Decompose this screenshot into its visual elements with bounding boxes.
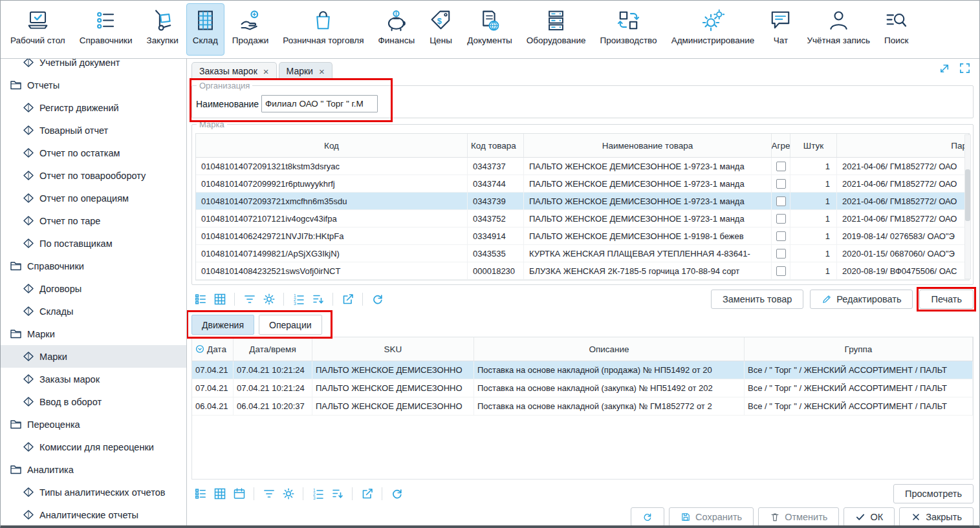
- tab-close-icon[interactable]: ×: [263, 67, 269, 76]
- topbar-item-documents[interactable]: Документы: [461, 3, 519, 56]
- detail-tab-movements[interactable]: Движения: [191, 315, 254, 335]
- detail-tab-operations[interactable]: Операции: [259, 315, 322, 335]
- movements-column-datetime[interactable]: Дата/время: [234, 337, 312, 361]
- sidebar-item-directories[interactable]: Справочники: [1, 255, 186, 277]
- document-tab-mark-orders[interactable]: Заказы марок×: [191, 62, 277, 79]
- tab-close-icon[interactable]: ×: [319, 67, 325, 76]
- list-view-icon[interactable]: [191, 291, 209, 308]
- fullscreen-icon[interactable]: [959, 62, 971, 77]
- aggregation-checkbox[interactable]: [776, 231, 786, 241]
- numbered-list-icon[interactable]: 123: [290, 291, 307, 308]
- topbar-item-warehouse[interactable]: Склад: [186, 3, 224, 56]
- movements-column-date[interactable]: Дата: [192, 337, 234, 361]
- list-view-icon[interactable]: [191, 485, 209, 503]
- sort-columns-icon[interactable]: [329, 485, 346, 503]
- sidebar-item-reports[interactable]: Отчеты: [1, 74, 186, 96]
- sidebar-item-revaluation[interactable]: Переоценка: [1, 413, 186, 436]
- movements-row[interactable]: 06.04.2106.04.21 10:20:37ПАЛЬТО ЖЕНСКОЕ …: [192, 397, 973, 416]
- movements-column-description[interactable]: Описание: [474, 337, 745, 361]
- sidebar-item-movement-register[interactable]: Регистр движений: [1, 96, 186, 119]
- sidebar-item-warehouses[interactable]: Склады: [1, 300, 186, 322]
- column-header-product-code[interactable]: Код товара: [468, 134, 524, 157]
- column-header-code[interactable]: Код: [196, 134, 468, 157]
- aggregation-checkbox[interactable]: [776, 249, 786, 259]
- sidebar-item-marks[interactable]: Марки: [1, 345, 186, 368]
- aggregation-checkbox[interactable]: [776, 266, 786, 276]
- topbar-item-finance[interactable]: Финансы: [372, 3, 422, 56]
- export-icon[interactable]: [339, 291, 356, 308]
- open-in-new-icon[interactable]: [939, 62, 951, 77]
- export-icon[interactable]: [358, 485, 376, 503]
- footer-ok-button[interactable]: ОК: [844, 507, 895, 527]
- sidebar-item-analytical-reports[interactable]: Аналитические отчеты: [1, 503, 186, 526]
- aggregation-checkbox[interactable]: [776, 179, 786, 189]
- sidebar-item-operations-report[interactable]: Отчет по операциям: [1, 187, 186, 209]
- table-view-icon[interactable]: [211, 485, 228, 503]
- organization-name-input[interactable]: [261, 95, 378, 112]
- topbar-item-administration[interactable]: Администрирование: [665, 3, 761, 56]
- sidebar-item-put-into-circulation[interactable]: Ввод в оборот: [1, 390, 186, 413]
- footer-save-button[interactable]: Сохранить: [669, 507, 754, 527]
- topbar-item-sales[interactable]: Продажи: [226, 3, 275, 56]
- mark-action-replace-product[interactable]: Заменить товар: [711, 290, 803, 309]
- marks-table-row[interactable]: 010481014071499821/ApSjXG3IkjN)0343535КУ…: [196, 245, 969, 262]
- movements-column-sku[interactable]: SKU: [312, 337, 474, 361]
- marks-table-row[interactable]: 010481014072107121iv4ogcv43ifpa0343752ПА…: [196, 210, 969, 227]
- sidebar-item-stock-report[interactable]: Отчет по остаткам: [1, 142, 186, 164]
- document-tab-marks[interactable]: Марки×: [279, 62, 332, 79]
- sidebar-item-marks-folder[interactable]: Марки: [1, 322, 186, 345]
- movements-action-preview[interactable]: Просмотреть: [893, 484, 974, 503]
- topbar-item-prices[interactable]: $Цены: [422, 3, 459, 56]
- settings-icon[interactable]: [279, 485, 297, 503]
- topbar-item-retail[interactable]: Розничная торговля: [276, 3, 370, 56]
- topbar-item-desktop[interactable]: Рабочий стол: [4, 3, 72, 56]
- mark-action-print[interactable]: Печать: [919, 290, 974, 309]
- column-header-aggregation[interactable]: Агре: [772, 134, 790, 157]
- sidebar-item-by-suppliers[interactable]: По поставщикам: [1, 232, 186, 255]
- filter-icon[interactable]: [260, 485, 278, 503]
- sidebar-item-mark-orders[interactable]: Заказы марок: [1, 368, 186, 390]
- topbar-item-chat[interactable]: Чат: [762, 3, 799, 56]
- sidebar-item-tare-report[interactable]: Отчет по таре: [1, 209, 186, 232]
- scrollbar-thumb[interactable]: [965, 169, 970, 221]
- sidebar-item-turnover-report[interactable]: Отчет по товарообороту: [1, 164, 186, 187]
- settings-icon[interactable]: [260, 291, 278, 308]
- topbar-item-directories[interactable]: Справочники: [73, 3, 139, 56]
- footer-cancel-button[interactable]: Отменить: [758, 507, 839, 527]
- sidebar-item-revaluation-commissions[interactable]: Комиссии для переоценки: [1, 436, 186, 458]
- topbar-item-purchases[interactable]: Закупки: [140, 3, 185, 56]
- mark-action-edit[interactable]: Редактировать: [810, 290, 913, 309]
- sidebar-item-contracts[interactable]: Договоры: [1, 277, 186, 300]
- movements-row[interactable]: 07.04.2107.04.21 10:21:24ПАЛЬТО ЖЕНСКОЕ …: [192, 379, 973, 397]
- marks-table-row[interactable]: 010481014084232521swsVofj0irNCT000018230…: [196, 262, 969, 280]
- calendar-icon[interactable]: [230, 485, 248, 503]
- topbar-item-production[interactable]: Производство: [594, 3, 664, 56]
- sidebar-item-goods-report[interactable]: Товарный отчет: [1, 119, 186, 142]
- numbered-list-icon[interactable]: 123: [309, 485, 327, 503]
- topbar-item-account[interactable]: Учётная запись: [800, 3, 877, 56]
- footer-close-button[interactable]: Закрыть: [899, 507, 974, 527]
- column-header-batch[interactable]: Пар: [837, 134, 969, 157]
- marks-table-row[interactable]: 010481014072093721xmcfhn6m35sdu0343739ПА…: [196, 193, 969, 210]
- table-view-icon[interactable]: [211, 291, 228, 308]
- filter-icon[interactable]: [241, 291, 258, 308]
- sidebar-item-analytical-report-types[interactable]: Типы аналитических отчетов: [1, 481, 186, 503]
- marks-table-row[interactable]: 010481014072099921r6ptuwyykhrfj0343744ПА…: [196, 175, 969, 193]
- refresh-icon[interactable]: [369, 291, 386, 308]
- refresh-icon[interactable]: [388, 485, 406, 503]
- topbar-item-equipment[interactable]: Оборудование: [520, 3, 593, 56]
- movements-row[interactable]: 07.04.2107.04.21 10:21:24ПАЛЬТО ЖЕНСКОЕ …: [192, 361, 973, 379]
- sort-columns-icon[interactable]: [309, 291, 327, 308]
- column-header-product-name[interactable]: Наименование товара: [524, 134, 772, 157]
- column-header-qty[interactable]: Штук: [790, 134, 837, 157]
- sidebar-item-accounting-document[interactable]: Учетный документ: [1, 59, 186, 74]
- topbar-item-search[interactable]: Поиск: [878, 3, 915, 56]
- movements-column-group[interactable]: Группа: [745, 337, 973, 361]
- aggregation-checkbox[interactable]: [776, 214, 786, 224]
- footer-refresh-button[interactable]: [631, 507, 664, 527]
- marks-table-row[interactable]: 010481014062429721NVJI7b:HKtpFa0334914ПА…: [196, 227, 969, 245]
- aggregation-checkbox[interactable]: [776, 162, 786, 171]
- marks-table-row[interactable]: 010481014072091321t8kstm3dsryac0343737ПА…: [196, 158, 969, 175]
- marks-table-scrollbar[interactable]: [964, 134, 971, 279]
- aggregation-checkbox[interactable]: [776, 196, 786, 206]
